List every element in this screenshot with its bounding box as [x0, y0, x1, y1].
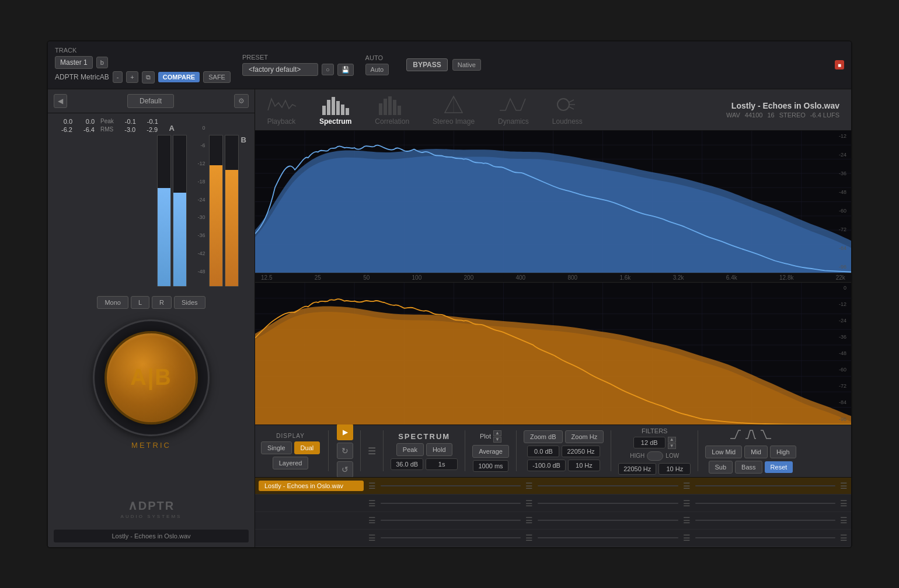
- plot-row: Plot ▲ ▼: [480, 430, 501, 443]
- a-meter-l: [157, 135, 171, 287]
- auto-row: Auto: [365, 64, 389, 75]
- minus-btn[interactable]: -: [113, 71, 123, 83]
- tab-dynamics[interactable]: Dynamics: [498, 94, 529, 126]
- dual-btn[interactable]: Dual: [294, 441, 320, 454]
- tab-spectrum[interactable]: Spectrum: [319, 94, 351, 126]
- high-btn[interactable]: High: [770, 446, 796, 458]
- refresh-btn-2[interactable]: ↺: [337, 461, 353, 478]
- time-val[interactable]: 1s: [426, 458, 458, 470]
- refresh-btn-1[interactable]: ↻: [337, 443, 353, 459]
- ab-circle[interactable]: A|B: [104, 331, 198, 425]
- tab-playback[interactable]: Playback: [267, 94, 296, 126]
- plot-label: Plot: [480, 433, 491, 440]
- back-icon-btn[interactable]: ◀: [54, 94, 67, 108]
- preset-circle[interactable]: ○: [322, 64, 334, 75]
- auto-btn[interactable]: Auto: [365, 64, 389, 75]
- track-menu-r1[interactable]: ☰: [525, 481, 533, 490]
- mid-btn[interactable]: Mid: [744, 446, 768, 458]
- track-menu-rr2[interactable]: ☰: [683, 499, 691, 508]
- tab-correlation[interactable]: Correlation: [375, 94, 409, 126]
- filter-updown[interactable]: ▲ ▼: [668, 437, 676, 449]
- track-menu-rr1[interactable]: ☰: [683, 481, 691, 490]
- zoom-btns-row: Zoom dB Zoom Hz: [524, 430, 604, 443]
- track-menu-3[interactable]: ☰: [368, 516, 376, 525]
- single-btn[interactable]: Single: [261, 441, 292, 454]
- track-name-box[interactable]: Master 1: [55, 56, 93, 69]
- bass-btn[interactable]: Bass: [735, 461, 762, 474]
- filter-hz2[interactable]: 10 Hz: [658, 463, 691, 475]
- reset-btn[interactable]: Reset: [765, 461, 793, 473]
- db-val[interactable]: 36.0 dB: [391, 458, 423, 470]
- peak-label: Peak: [100, 118, 114, 125]
- track-menu-rr3[interactable]: ☰: [683, 516, 691, 525]
- filter-db[interactable]: 12 dB: [633, 437, 665, 448]
- track-menu-4[interactable]: ☰: [368, 533, 376, 542]
- safe-btn[interactable]: SAFE: [203, 71, 231, 83]
- average-btn[interactable]: Average: [472, 445, 509, 458]
- track-line-rr1: [695, 485, 835, 486]
- ab-outer-ring[interactable]: A|B: [93, 319, 210, 436]
- preset-save[interactable]: 💾: [337, 64, 354, 76]
- track-menu-rrr2[interactable]: ☰: [840, 499, 848, 508]
- tab-loudness[interactable]: Loudness: [552, 94, 583, 126]
- zoom-db-top[interactable]: 0.0 dB: [527, 446, 559, 457]
- filter-hz1[interactable]: 22050 Hz: [618, 463, 656, 475]
- plot-updown[interactable]: ▲ ▼: [493, 430, 501, 443]
- track-name-1[interactable]: Lostly - Echoes in Oslo.wav: [259, 481, 364, 491]
- track-menu-rr4[interactable]: ☰: [683, 533, 691, 542]
- highlow-toggle[interactable]: [647, 451, 663, 461]
- track-label: Track: [55, 47, 231, 54]
- ms-val[interactable]: 1000 ms: [473, 460, 508, 472]
- db-bottom-48: -48: [839, 350, 846, 356]
- track-menu-rrr4[interactable]: ☰: [840, 533, 848, 542]
- sides-btn[interactable]: Sides: [174, 296, 205, 309]
- playback-section: ▶ ↻ ↺: [337, 424, 353, 478]
- db-bottom-84: -84: [839, 399, 846, 405]
- copy-btn[interactable]: ⧉: [142, 71, 155, 83]
- zoom-hz-bottom[interactable]: 10 Hz: [568, 460, 600, 471]
- r-btn[interactable]: R: [152, 296, 172, 309]
- zoom-db-bottom[interactable]: -100.0 dB: [527, 460, 566, 471]
- native-btn[interactable]: Native: [452, 59, 481, 71]
- hamburger-icon[interactable]: ☰: [368, 446, 376, 457]
- tab-stereo-image[interactable]: Stereo Image: [433, 94, 475, 126]
- b-meter-l-fill: [210, 165, 222, 286]
- play-btn[interactable]: ▶: [337, 424, 353, 440]
- stereo-image-icon: [439, 94, 468, 115]
- default-label: Default: [127, 94, 174, 108]
- scale-6: -6: [189, 142, 205, 148]
- l-btn[interactable]: L: [131, 296, 149, 309]
- zoom-db-btn[interactable]: Zoom dB: [524, 430, 563, 443]
- b-meter-r: [225, 135, 239, 287]
- track-menu-1[interactable]: ☰: [368, 481, 376, 490]
- zoom-hz-top[interactable]: 22050 Hz: [562, 446, 600, 457]
- track-menu-r2[interactable]: ☰: [525, 499, 533, 508]
- track-b-btn[interactable]: b: [96, 57, 108, 68]
- track-menu-rrr1[interactable]: ☰: [840, 481, 848, 490]
- lufs: -6.4 LUFS: [810, 112, 839, 119]
- track-menu-2[interactable]: ☰: [368, 499, 376, 508]
- preset-box[interactable]: <factory default>: [242, 63, 318, 76]
- mono-btn[interactable]: Mono: [97, 296, 128, 309]
- layered-btn[interactable]: Layered: [273, 457, 309, 469]
- hold-btn[interactable]: Hold: [426, 443, 452, 456]
- logo-area: ∧DPTR AUDIO SYSTEMS: [48, 492, 255, 525]
- compare-btn[interactable]: COMPARE: [158, 72, 200, 82]
- bit-depth: 16: [767, 112, 774, 119]
- zoom-hz-btn[interactable]: Zoom Hz: [565, 430, 604, 443]
- close-btn[interactable]: ■: [835, 60, 844, 69]
- sub-btn[interactable]: Sub: [709, 461, 733, 474]
- dynamics-label: Dynamics: [498, 117, 529, 126]
- filter-db-row: 12 dB ▲ ▼: [633, 437, 676, 449]
- low-mid-btn[interactable]: Low Mid: [705, 446, 742, 458]
- track-menu-r4[interactable]: ☰: [525, 533, 533, 542]
- meter-readouts: 0.0 0.0 Peak -0.1 -0.1 -6.2 -6.4 RMS -3.…: [56, 118, 154, 287]
- settings-icon-btn[interactable]: ⚙: [234, 94, 249, 108]
- bypass-btn[interactable]: BYPASS: [406, 58, 447, 71]
- track-menu-rrr3[interactable]: ☰: [840, 516, 848, 525]
- peak-btn[interactable]: Peak: [396, 443, 424, 456]
- file-info: Lostly - Echoes in Oslo.wav WAV 44100 16…: [726, 101, 839, 119]
- plus-btn[interactable]: +: [126, 71, 138, 83]
- track-menu-r3[interactable]: ☰: [525, 516, 533, 525]
- filters-label: FILTERS: [642, 427, 667, 434]
